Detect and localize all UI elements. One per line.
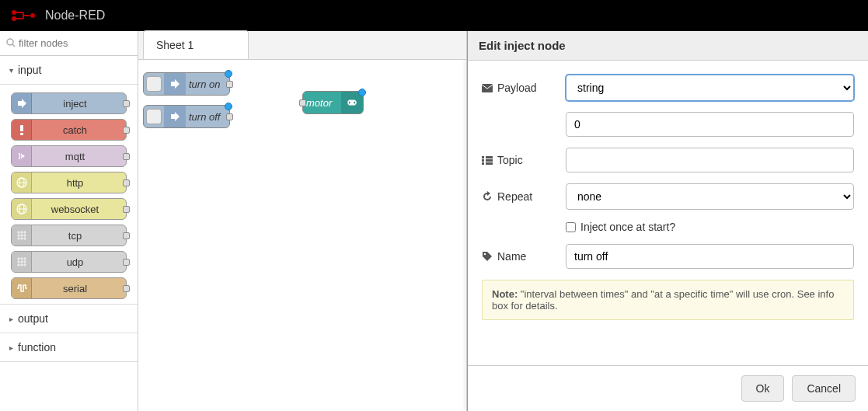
palette-node-label: inject xyxy=(32,98,126,110)
panel-footer: Ok Cancel xyxy=(468,365,868,411)
svg-rect-19 xyxy=(482,162,484,165)
palette-node-websocket[interactable]: websocket xyxy=(11,198,127,220)
palette-node-catch[interactable]: catch xyxy=(11,119,127,141)
edit-panel: Edit inject node Payload string xyxy=(467,31,868,411)
cancel-button[interactable]: Cancel xyxy=(792,375,856,402)
chevron-right-icon: ▸ xyxy=(9,343,13,352)
svg-rect-18 xyxy=(486,159,493,162)
app-title: Node-RED xyxy=(45,9,105,23)
palette-node-mqtt[interactable]: mqtt xyxy=(11,145,127,167)
category-label: input xyxy=(18,64,41,76)
output-port[interactable] xyxy=(226,81,233,88)
payload-value-input[interactable] xyxy=(566,112,854,137)
app-logo-icon xyxy=(9,9,37,23)
list-icon xyxy=(482,156,493,165)
inject-once-checkbox[interactable] xyxy=(566,222,576,232)
svg-point-3 xyxy=(7,39,13,45)
palette-node-tcp[interactable]: tcp xyxy=(11,225,127,246)
svg-rect-17 xyxy=(482,159,484,162)
exclaim-icon xyxy=(12,120,32,140)
svg-rect-5 xyxy=(20,125,23,131)
category-function-header[interactable]: ▸ function xyxy=(0,333,138,362)
output-port[interactable] xyxy=(123,232,130,239)
payload-label: Payload xyxy=(482,82,566,94)
output-port[interactable] xyxy=(123,127,130,134)
palette-node-http[interactable]: http xyxy=(11,172,127,193)
palette-node-serial[interactable]: serial xyxy=(11,277,127,299)
serial-icon xyxy=(12,278,32,298)
inject-trigger-button[interactable] xyxy=(146,109,162,124)
repeat-label: Repeat xyxy=(482,190,566,203)
arrow-right-icon xyxy=(164,73,186,95)
globe-icon xyxy=(12,199,32,219)
flow-canvas[interactable]: turn onturn offmotor xyxy=(138,60,466,409)
palette-node-udp[interactable]: udp xyxy=(11,251,127,273)
palette-node-label: catch xyxy=(32,124,126,136)
output-port[interactable] xyxy=(226,113,233,120)
svg-rect-15 xyxy=(482,156,484,158)
arrow-right-icon xyxy=(12,93,32,113)
flow-node-turn_on[interactable]: turn on xyxy=(143,72,230,96)
svg-line-4 xyxy=(12,44,15,47)
wifi-icon xyxy=(12,146,32,166)
node-label: turn off xyxy=(186,111,229,123)
panel-title: Edit inject node xyxy=(468,31,868,61)
category-label: function xyxy=(18,341,56,354)
inject-once-label: Inject once at start? xyxy=(580,221,675,233)
name-label: Name xyxy=(482,250,566,263)
palette-node-label: websocket xyxy=(32,204,126,215)
filter-container xyxy=(0,31,138,56)
envelope-icon xyxy=(482,84,493,92)
ok-button[interactable]: Ok xyxy=(741,375,785,402)
output-port[interactable] xyxy=(123,285,130,292)
net-icon xyxy=(12,225,32,246)
palette-node-label: serial xyxy=(32,283,126,294)
topic-input[interactable] xyxy=(566,148,854,172)
chevron-right-icon: ▸ xyxy=(9,315,13,323)
refresh-icon xyxy=(482,191,493,202)
repeat-select[interactable]: none xyxy=(566,183,854,210)
palette-sidebar: ▾ input injectcatchmqtthttpwebsockettcpu… xyxy=(0,31,138,411)
palette-node-label: http xyxy=(32,177,126,189)
note-box: Note: "interval between times" and "at a… xyxy=(482,280,854,320)
tag-icon xyxy=(482,251,493,262)
name-input[interactable] xyxy=(566,244,854,269)
palette-input-list: injectcatchmqtthttpwebsockettcpudpserial xyxy=(0,85,138,305)
svg-rect-16 xyxy=(486,156,493,158)
category-label: output xyxy=(18,312,48,325)
output-port[interactable] xyxy=(123,153,130,160)
chevron-down-icon: ▾ xyxy=(9,66,13,75)
palette-node-label: mqtt xyxy=(32,151,126,162)
app-header: Node-RED xyxy=(0,0,868,31)
category-output-header[interactable]: ▸ output xyxy=(0,305,138,333)
svg-point-21 xyxy=(484,253,486,255)
tab-sheet-1[interactable]: Sheet 1 xyxy=(143,30,249,59)
category-input-header[interactable]: ▾ input xyxy=(0,56,138,85)
inject-trigger-button[interactable] xyxy=(146,76,162,92)
svg-rect-6 xyxy=(20,133,23,135)
flow-node-turn_off[interactable]: turn off xyxy=(143,105,230,128)
svg-rect-20 xyxy=(486,162,493,165)
arrow-right-icon xyxy=(164,106,186,127)
input-port[interactable] xyxy=(299,99,306,106)
net-icon xyxy=(12,252,32,272)
node-label: motor xyxy=(303,97,341,109)
palette-node-inject[interactable]: inject xyxy=(11,92,127,114)
palette-node-label: udp xyxy=(32,256,126,268)
palette-node-label: tcp xyxy=(32,230,126,242)
svg-point-1 xyxy=(12,16,16,21)
output-port[interactable] xyxy=(123,206,130,213)
payload-type-select[interactable]: string xyxy=(566,75,854,101)
output-port[interactable] xyxy=(123,179,130,186)
output-port[interactable] xyxy=(123,100,130,107)
globe-icon xyxy=(12,172,32,193)
search-icon xyxy=(6,38,16,47)
output-port[interactable] xyxy=(123,259,130,266)
changed-indicator-icon xyxy=(225,103,232,110)
svg-point-7 xyxy=(22,155,24,158)
node-label: turn on xyxy=(186,78,229,90)
changed-indicator-icon xyxy=(225,70,232,78)
flow-node-motor[interactable]: motor xyxy=(302,91,364,114)
filter-nodes-input[interactable] xyxy=(0,31,138,55)
changed-indicator-icon xyxy=(358,89,366,96)
